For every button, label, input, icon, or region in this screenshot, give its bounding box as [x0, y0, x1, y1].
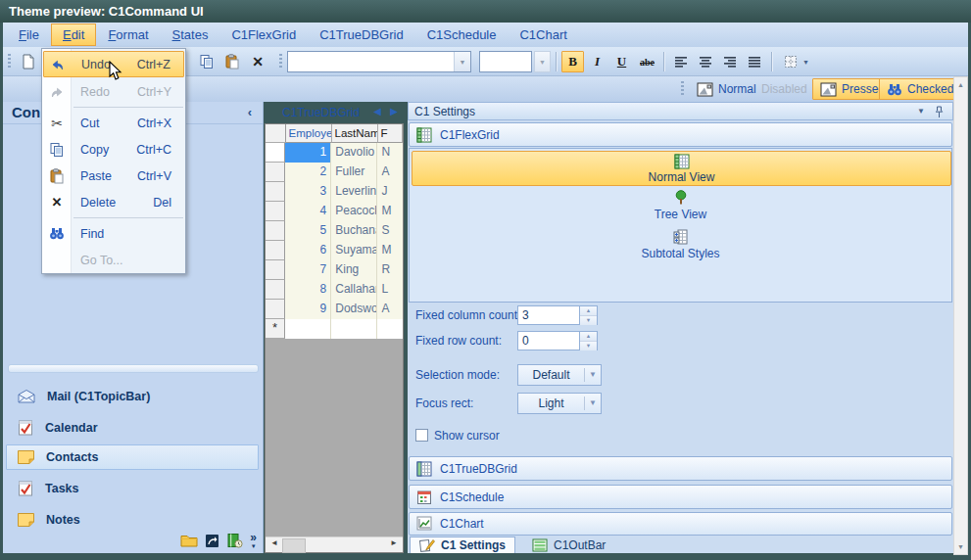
fixed-row-count-stepper[interactable]: 0 ▲ ▼ [517, 331, 598, 350]
menu-file[interactable]: File [7, 23, 51, 46]
paste-button[interactable] [220, 51, 244, 72]
menu-c1truedbgrid[interactable]: C1TrueDBGrid [308, 23, 414, 46]
align-center-button[interactable] [694, 51, 716, 72]
grid-corner-cell [266, 124, 286, 143]
align-right-button[interactable] [718, 51, 741, 72]
section-c1schedule[interactable]: C1Schedule [409, 485, 952, 509]
scroll-left-arrow[interactable]: ◄ [270, 539, 278, 547]
sidebar-item-calendar[interactable]: Calendar [6, 415, 259, 441]
grid-new-row[interactable]: * [266, 319, 403, 339]
section-c1truedbgrid[interactable]: C1TrueDBGrid [409, 456, 952, 481]
size-field[interactable] [479, 51, 532, 72]
menu-states[interactable]: States [161, 23, 220, 46]
table-row[interactable]: 6 Suyama M [266, 241, 403, 260]
dropdown-arrow-icon[interactable]: ▼ [585, 371, 601, 379]
focus-rect-dropdown[interactable]: Light ▼ [517, 393, 602, 414]
state-disabled-button[interactable]: Disabled [753, 78, 815, 100]
spin-up-icon[interactable]: ▲ [580, 306, 597, 316]
menu-item-copy[interactable]: Copy Ctrl+C [43, 136, 184, 163]
schedule-icon [416, 490, 432, 505]
style-combobox-value [288, 52, 454, 71]
table-row[interactable]: 5 Buchanan S [266, 221, 403, 241]
menu-c1flexgrid[interactable]: C1FlexGrid [219, 23, 308, 46]
table-row[interactable]: 9 Dodsworth A [266, 300, 403, 319]
menu-c1chart[interactable]: C1Chart [508, 23, 578, 46]
page-prev-icon[interactable]: ◀ [373, 107, 381, 117]
page-next-icon[interactable]: ▶ [390, 107, 398, 117]
menu-format[interactable]: Format [96, 23, 160, 46]
scroll-up-arrow[interactable]: ▲ [954, 81, 967, 88]
grid-col-lastname[interactable]: LastName [332, 124, 378, 143]
fixed-row-count-value[interactable]: 0 [518, 332, 579, 350]
show-cursor-checkbox[interactable] [415, 429, 428, 442]
shortcut-arrow-icon[interactable] [205, 534, 219, 548]
table-row[interactable]: 7 King R [266, 260, 403, 280]
scroll-right-arrow[interactable]: ► [390, 539, 398, 547]
combo-group-grip[interactable] [279, 54, 282, 70]
sidebar-collapse-button[interactable]: ‹ [242, 105, 258, 120]
menu-item-cut[interactable]: ✂ Cut Ctrl+X [43, 110, 184, 136]
delete-button[interactable]: ✕ [246, 51, 269, 72]
sidebar-item-tasks[interactable]: Tasks [6, 476, 259, 501]
grid-col-employeeid[interactable]: Employe [286, 124, 332, 143]
strikethrough-button[interactable]: abe [635, 51, 659, 72]
table-row[interactable]: 2 Fuller A [266, 163, 403, 182]
state-checked-button[interactable]: Checked [879, 78, 961, 100]
spin-down-icon[interactable]: ▼ [580, 316, 597, 325]
menu-item-redo[interactable]: Redo Ctrl+Y [43, 78, 184, 105]
justify-button[interactable] [743, 51, 765, 72]
selection-mode-dropdown[interactable]: Default ▼ [517, 364, 602, 386]
focus-rect-label: Focus rect: [415, 394, 473, 413]
size-dropdown-button[interactable]: ▼ [534, 51, 551, 72]
scrollbar-thumb[interactable] [282, 538, 306, 553]
italic-button[interactable]: I [586, 51, 608, 72]
grid-horizontal-scrollbar[interactable]: ◄ ► [266, 537, 403, 552]
section-label: C1Chart [440, 517, 484, 531]
fixed-column-count-value[interactable]: 3 [518, 306, 579, 324]
pin-icon[interactable] [935, 106, 944, 118]
section-c1chart[interactable]: C1Chart [409, 512, 952, 536]
bold-button[interactable]: B [561, 51, 584, 72]
align-left-button[interactable] [669, 51, 692, 72]
new-document-button[interactable] [16, 51, 39, 72]
table-row[interactable]: 8 Callahan L [266, 280, 403, 300]
datagrid[interactable]: Employe LastName F 1 Davolio N 2 Fuller … [265, 123, 404, 553]
table-row[interactable]: 4 Peacock M [266, 202, 403, 221]
menu-item-paste[interactable]: Paste Ctrl+V [43, 163, 184, 189]
spin-down-icon[interactable]: ▼ [580, 342, 597, 350]
table-row[interactable]: 1 Davolio N [266, 143, 403, 163]
style-combobox[interactable]: ▼ [287, 51, 471, 72]
fixed-column-count-stepper[interactable]: 3 ▲ ▼ [517, 305, 598, 325]
overflow-chevron-icon[interactable]: » ▼ [250, 532, 257, 549]
menu-edit[interactable]: Edit [51, 23, 96, 46]
grid-col-firstname[interactable]: F [378, 124, 404, 143]
table-row[interactable]: 3 Leverling J [266, 182, 403, 202]
states-toolbar-grip[interactable] [681, 81, 684, 97]
underline-button[interactable]: U [610, 51, 633, 72]
menu-item-goto[interactable]: Go To... [43, 247, 184, 273]
section-c1flexgrid[interactable]: C1FlexGrid [409, 122, 952, 147]
sidebar-item-contacts[interactable]: Contacts [6, 444, 259, 470]
menu-item-delete[interactable]: ✕ Delete Del [43, 189, 184, 215]
view-tree-button[interactable]: Tree View [412, 188, 949, 223]
view-subtotal-button[interactable]: Subtotal Styles [412, 227, 949, 262]
toolbar-grip[interactable] [8, 54, 11, 70]
tab-c1settings[interactable]: C1 Settings [410, 537, 515, 553]
chevron-left-icon: ‹ [248, 105, 252, 119]
menu-item-find[interactable]: Find [43, 220, 184, 247]
dropdown-arrow-icon[interactable]: ▼ [585, 399, 601, 407]
borders-button[interactable]: ▼ [777, 51, 816, 72]
sidebar-bottom-bar: » ▼ [180, 532, 257, 549]
view-normal-button[interactable]: Normal View [412, 151, 951, 186]
panel-dropdown-icon[interactable]: ▼ [917, 108, 925, 116]
style-combobox-arrow[interactable]: ▼ [454, 52, 470, 71]
tab-c1outbar[interactable]: C1OutBar [523, 537, 614, 553]
copy-button[interactable] [195, 51, 218, 72]
menu-c1schedule[interactable]: C1Schedule [415, 23, 509, 46]
spin-up-icon[interactable]: ▲ [580, 332, 597, 342]
journal-icon[interactable] [226, 533, 243, 548]
folder-icon[interactable] [180, 534, 198, 547]
sidebar-item-mail[interactable]: Mail (C1TopicBar) [6, 384, 259, 409]
sidebar-item-notes[interactable]: Notes [6, 507, 259, 533]
sidebar-splitter[interactable] [8, 364, 259, 373]
